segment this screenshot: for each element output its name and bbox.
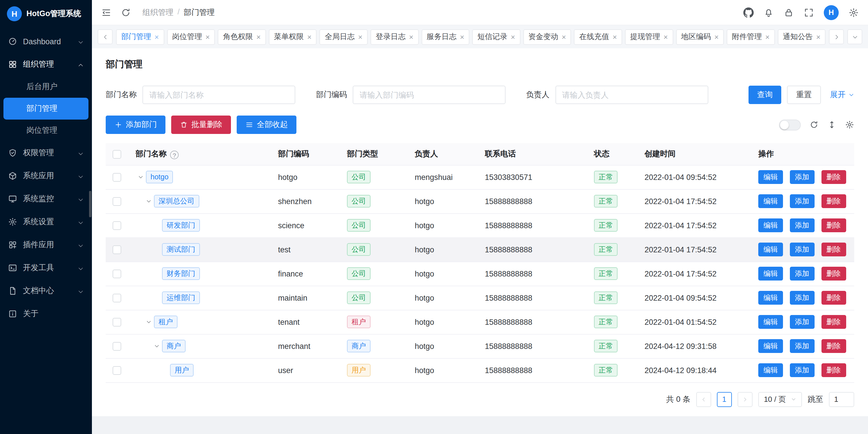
row-checkbox[interactable] (113, 221, 121, 230)
sidebar-subitem-1-2[interactable]: 岗位管理 (0, 120, 92, 141)
column-settings-icon[interactable] (845, 120, 854, 129)
sidebar-item-7[interactable]: 开发工具 (0, 256, 92, 279)
filter-input-1[interactable] (353, 86, 505, 104)
close-icon[interactable]: × (409, 33, 413, 40)
tab-3[interactable]: 菜单权限 × (269, 29, 317, 45)
user-avatar[interactable]: H (824, 5, 839, 20)
add-button[interactable]: 添加 (790, 267, 814, 281)
department-name-tag[interactable]: 深圳总公司 (154, 195, 199, 207)
tab-8[interactable]: 资金变动 × (523, 29, 571, 45)
tabs-scroll-right-button[interactable] (829, 29, 844, 44)
delete-button[interactable]: 删除 (821, 170, 846, 184)
department-name-tag[interactable]: 用户 (170, 364, 194, 377)
tab-13[interactable]: 通知公告 × (777, 29, 826, 45)
delete-button[interactable]: 删除 (821, 315, 846, 329)
sidebar-item-3[interactable]: 系统应用 (0, 165, 92, 187)
tab-9[interactable]: 在线充值 × (574, 29, 622, 45)
tab-5[interactable]: 登录日志 × (371, 29, 418, 45)
breadcrumb-section[interactable]: 组织管理 (143, 7, 174, 18)
reset-button[interactable]: 重置 (787, 86, 821, 104)
close-icon[interactable]: × (613, 33, 617, 40)
page-size-select[interactable]: 10 / 页 (758, 392, 802, 407)
edit-button[interactable]: 编辑 (758, 194, 783, 208)
tab-11[interactable]: 地区编码 × (676, 29, 724, 45)
prev-page-button[interactable] (696, 392, 711, 407)
lock-icon[interactable] (783, 7, 794, 18)
edit-button[interactable]: 编辑 (758, 219, 783, 232)
expand-row-icon[interactable] (144, 198, 154, 204)
close-icon[interactable]: × (205, 33, 210, 40)
department-name-tag[interactable]: 运维部门 (162, 291, 200, 304)
next-page-button[interactable] (737, 392, 752, 407)
row-checkbox[interactable] (113, 245, 121, 254)
batch-delete-button[interactable]: 批量删除 (171, 116, 231, 134)
close-icon[interactable]: × (307, 33, 312, 40)
tab-10[interactable]: 提现管理 × (625, 29, 673, 45)
sidebar-item-9[interactable]: 关于 (0, 302, 92, 325)
close-icon[interactable]: × (155, 33, 159, 40)
edit-button[interactable]: 编辑 (758, 267, 783, 281)
add-button[interactable]: 添加 (790, 242, 814, 256)
sidebar-subitem-1-1[interactable]: 部门管理 (3, 98, 89, 120)
refresh-icon[interactable] (121, 7, 131, 18)
sidebar-subitem-1-0[interactable]: 后台用户 (0, 76, 92, 98)
filter-input-0[interactable] (143, 86, 295, 104)
sidebar-item-2[interactable]: 权限管理 (0, 141, 92, 165)
edit-button[interactable]: 编辑 (758, 291, 783, 305)
delete-button[interactable]: 删除 (821, 267, 846, 281)
department-name-tag[interactable]: 商户 (162, 340, 186, 352)
bell-icon[interactable] (764, 7, 774, 18)
add-button[interactable]: 添加 (790, 339, 814, 353)
add-button[interactable]: 添加 (790, 363, 814, 377)
close-icon[interactable]: × (256, 33, 260, 40)
department-name-tag[interactable]: 租户 (154, 316, 178, 328)
striped-toggle[interactable] (779, 119, 801, 130)
edit-button[interactable]: 编辑 (758, 170, 783, 184)
sidebar-item-4[interactable]: 系统监控 (0, 187, 92, 210)
row-checkbox[interactable] (113, 342, 121, 351)
collapse-all-button[interactable]: 全部收起 (237, 116, 297, 134)
row-checkbox[interactable] (113, 197, 121, 206)
add-department-button[interactable]: 添加部门 (106, 116, 165, 134)
close-icon[interactable]: × (816, 33, 820, 40)
tab-1[interactable]: 岗位管理 × (167, 29, 215, 45)
department-name-tag[interactable]: 测试部门 (162, 243, 200, 256)
row-checkbox[interactable] (113, 366, 121, 375)
close-icon[interactable]: × (765, 33, 770, 40)
jump-page-input[interactable] (829, 392, 854, 407)
settings-gear-icon[interactable] (848, 7, 859, 18)
help-icon[interactable]: ? (170, 151, 179, 159)
current-page-button[interactable]: 1 (717, 392, 732, 407)
department-name-tag[interactable]: 研发部门 (162, 219, 200, 232)
edit-button[interactable]: 编辑 (758, 242, 783, 256)
sidebar-item-5[interactable]: 系统设置 (0, 210, 92, 233)
sidebar-item-8[interactable]: 文档中心 (0, 279, 92, 302)
close-icon[interactable]: × (358, 33, 363, 40)
tab-7[interactable]: 短信记录 × (472, 29, 520, 45)
add-button[interactable]: 添加 (790, 219, 814, 232)
add-button[interactable]: 添加 (790, 315, 814, 329)
close-icon[interactable]: × (663, 33, 668, 40)
delete-button[interactable]: 删除 (821, 242, 846, 256)
edit-button[interactable]: 编辑 (758, 315, 783, 329)
sidebar-item-1[interactable]: 组织管理 (0, 53, 92, 76)
tab-12[interactable]: 附件管理 × (727, 29, 775, 45)
search-button[interactable]: 查询 (748, 86, 781, 104)
reload-table-icon[interactable] (809, 120, 818, 129)
tab-0[interactable]: 部门管理 × (116, 29, 164, 45)
fullscreen-icon[interactable] (804, 7, 814, 18)
department-name-tag[interactable]: hotgo (146, 171, 173, 183)
delete-button[interactable]: 删除 (821, 291, 846, 305)
row-height-icon[interactable] (827, 120, 836, 129)
select-all-checkbox[interactable] (113, 150, 121, 158)
filter-input-2[interactable] (555, 86, 708, 104)
expand-row-icon[interactable] (144, 319, 154, 325)
app-logo[interactable]: H HotGo管理系统 (0, 0, 92, 28)
expand-filters-link[interactable]: 展开 (830, 90, 854, 100)
collapse-sidebar-icon[interactable] (101, 7, 112, 18)
row-checkbox[interactable] (113, 269, 121, 278)
delete-button[interactable]: 删除 (821, 363, 846, 377)
department-name-tag[interactable]: 财务部门 (162, 267, 200, 280)
expand-row-icon[interactable] (152, 343, 162, 349)
add-button[interactable]: 添加 (790, 291, 814, 305)
